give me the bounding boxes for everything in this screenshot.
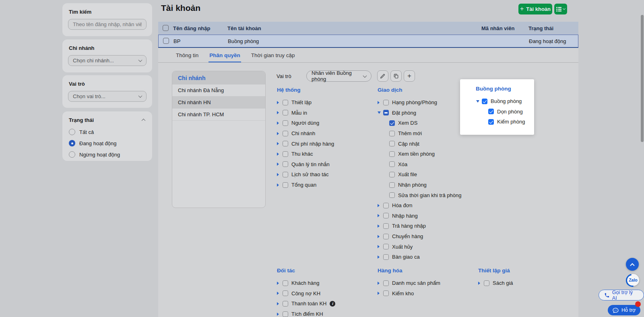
branch-item-da-nang[interactable]: Chi nhánh Đà Nẵng xyxy=(172,84,265,97)
expand-icon[interactable] xyxy=(378,255,383,259)
checkbox-unchecked[interactable] xyxy=(383,244,389,249)
checkbox-unchecked[interactable] xyxy=(283,311,288,317)
checkbox-unchecked[interactable] xyxy=(383,290,389,296)
expand-icon[interactable] xyxy=(277,302,283,305)
checkbox-unchecked[interactable] xyxy=(283,280,288,286)
expand-icon[interactable] xyxy=(378,235,383,238)
checkbox-indeterminate[interactable] xyxy=(383,110,389,115)
checkbox-unchecked[interactable] xyxy=(389,141,395,146)
checkbox-unchecked[interactable] xyxy=(389,131,395,136)
expand-icon[interactable] xyxy=(378,204,383,207)
checkbox-unchecked[interactable] xyxy=(283,290,288,296)
branch-item-hn[interactable]: Chi nhánh HN xyxy=(172,97,265,109)
permission-group-title: Thiết lập giá xyxy=(478,268,575,275)
expand-icon[interactable] xyxy=(277,163,283,166)
branch-item-hcm[interactable]: Chi nhánh TP. HCM xyxy=(172,109,265,121)
permission-label: Thanh toán KH xyxy=(291,301,326,307)
expand-icon[interactable] xyxy=(277,173,283,176)
checkbox-checked[interactable] xyxy=(488,109,494,114)
expand-icon[interactable] xyxy=(277,152,283,156)
status-option-inactive[interactable]: Ngừng hoạt động xyxy=(62,149,152,160)
checkbox-unchecked[interactable] xyxy=(283,151,288,157)
row-checkbox[interactable] xyxy=(163,38,169,44)
permission-item: Người dùng xyxy=(277,118,374,128)
expand-icon[interactable] xyxy=(378,224,383,228)
zalo-button[interactable]: Zalo xyxy=(627,274,639,286)
expand-icon[interactable] xyxy=(378,245,383,248)
column-settings-button[interactable] xyxy=(554,4,567,14)
tab-info[interactable]: Thông tin xyxy=(176,48,198,62)
checkbox-unchecked[interactable] xyxy=(389,151,395,157)
select-all-checkbox[interactable] xyxy=(163,25,169,31)
checkbox-unchecked[interactable] xyxy=(389,172,395,177)
tab-access-time[interactable]: Thời gian truy cập xyxy=(251,48,295,62)
checkbox-unchecked[interactable] xyxy=(389,192,395,198)
search-filter-card: Tìm kiếm xyxy=(62,3,152,36)
checkbox-unchecked[interactable] xyxy=(383,254,389,260)
checkbox-unchecked[interactable] xyxy=(283,301,288,307)
expand-icon[interactable] xyxy=(277,142,283,145)
expand-icon[interactable] xyxy=(277,183,283,187)
collapse-icon[interactable] xyxy=(378,111,383,114)
checkbox-checked[interactable] xyxy=(488,119,494,125)
tab-permissions[interactable]: Phân quyền xyxy=(209,48,240,62)
radio-unchecked-icon[interactable] xyxy=(69,129,75,135)
branch-select[interactable]: Chọn chi nhánh... xyxy=(68,55,147,66)
checkbox-unchecked[interactable] xyxy=(383,234,389,239)
checkbox-unchecked[interactable] xyxy=(389,182,395,188)
checkbox-unchecked[interactable] xyxy=(283,120,288,126)
add-account-button[interactable]: + Tài khoản xyxy=(518,4,552,14)
checkbox-checked[interactable] xyxy=(389,120,395,126)
role-select[interactable]: Chọn vai trò... xyxy=(68,91,147,102)
edit-role-button[interactable] xyxy=(377,70,388,82)
expand-icon[interactable] xyxy=(378,214,383,217)
role-dropdown[interactable]: Nhân viên Buồng phòng xyxy=(306,70,372,82)
expand-icon[interactable] xyxy=(277,292,283,295)
checkbox-unchecked[interactable] xyxy=(383,223,389,229)
permission-item: Sách giá xyxy=(478,278,575,288)
search-input[interactable] xyxy=(68,19,147,30)
radio-checked-icon[interactable] xyxy=(69,140,75,146)
info-icon[interactable]: i xyxy=(330,301,335,307)
expand-icon[interactable] xyxy=(378,101,383,104)
table-row[interactable]: BP Buồng phòng Đang hoạt động xyxy=(158,35,578,48)
expand-icon[interactable] xyxy=(277,121,283,125)
permission-label: Nhận phòng xyxy=(398,182,427,188)
ai-assistant-call-button[interactable]: Gọi trợ lý AI xyxy=(599,290,644,301)
copy-role-button[interactable] xyxy=(390,70,402,82)
expand-icon[interactable] xyxy=(378,282,383,285)
collapse-icon[interactable] xyxy=(476,100,482,103)
row-status: Đang hoạt động xyxy=(529,38,566,44)
checkbox-unchecked[interactable] xyxy=(383,203,389,208)
expand-icon[interactable] xyxy=(277,101,283,104)
expand-icon[interactable] xyxy=(478,282,484,285)
checkbox-unchecked[interactable] xyxy=(283,172,288,177)
checkbox-unchecked[interactable] xyxy=(484,280,489,286)
scroll-to-top-button[interactable] xyxy=(626,258,639,271)
checkbox-unchecked[interactable] xyxy=(283,161,288,167)
expand-icon[interactable] xyxy=(277,111,283,114)
expand-icon[interactable] xyxy=(378,292,383,295)
expand-icon[interactable] xyxy=(277,282,283,285)
expand-icon[interactable] xyxy=(277,313,283,316)
checkbox-unchecked[interactable] xyxy=(283,110,288,115)
vertical-scrollbar-thumb[interactable] xyxy=(641,15,644,142)
expand-icon[interactable] xyxy=(277,132,283,135)
checkbox-unchecked[interactable] xyxy=(283,131,288,136)
checkbox-unchecked[interactable] xyxy=(383,213,389,218)
support-button[interactable]: Hỗ trợ xyxy=(608,305,640,315)
checkbox-unchecked[interactable] xyxy=(283,182,288,188)
radio-unchecked-icon[interactable] xyxy=(69,151,75,158)
checkbox-checked[interactable] xyxy=(482,99,487,104)
checkbox-unchecked[interactable] xyxy=(383,100,389,105)
permission-label: Trả hàng nhập xyxy=(392,223,426,229)
status-option-active[interactable]: Đang hoạt động xyxy=(62,138,152,149)
status-option-all[interactable]: Tất cả xyxy=(62,126,152,138)
checkbox-unchecked[interactable] xyxy=(389,161,395,167)
checkbox-unchecked[interactable] xyxy=(383,280,389,286)
checkbox-unchecked[interactable] xyxy=(283,141,288,146)
checkbox-unchecked[interactable] xyxy=(283,100,288,105)
permission-item: Quản lý tin nhắn xyxy=(277,159,374,170)
permission-section-doi-tac: Đối tácKhách hàngCông nợ KHThanh toán KH… xyxy=(277,268,374,317)
add-role-button[interactable]: + xyxy=(404,70,415,82)
